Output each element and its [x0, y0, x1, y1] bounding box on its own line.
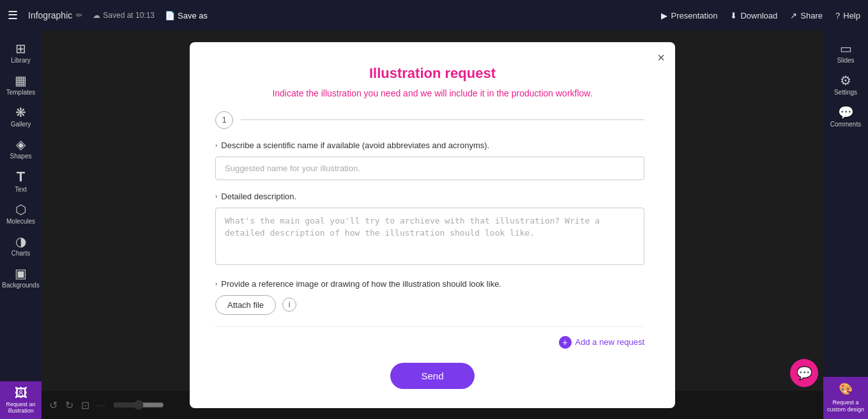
detailed-description-label: › Detailed description.: [215, 192, 644, 201]
cloud-icon: ☁: [93, 11, 100, 20]
modal-scroll-area[interactable]: 1 › Describe a scientific name if availa…: [215, 111, 650, 353]
topbar-title: Infographic ✏: [28, 10, 82, 20]
slides-icon: ▭: [840, 42, 852, 55]
step-circle: 1: [215, 111, 233, 129]
library-icon: ⊞: [15, 42, 26, 55]
sidebar-item-charts[interactable]: ◑ Charts: [0, 230, 42, 262]
modal-title: Illustration request: [215, 65, 650, 82]
chevron-right-icon-3: ›: [215, 280, 217, 287]
sidebar-item-gallery[interactable]: ❋ Gallery: [0, 101, 42, 133]
sidebar-item-shapes[interactable]: ◈ Shapes: [0, 133, 42, 165]
illustration-request-modal: × Illustration request Indicate the illu…: [190, 42, 675, 408]
scientific-name-section: › Describe a scientific name if availabl…: [215, 141, 644, 180]
attach-row: Attach file i: [215, 295, 644, 315]
templates-icon: ▦: [15, 74, 27, 87]
topbar-right-buttons: ▶ Presentation ⬇ Download ↗ Share ? Help: [661, 11, 860, 20]
scientific-name-label: › Describe a scientific name if availabl…: [215, 141, 644, 150]
sidebar-item-text[interactable]: T Text: [0, 165, 42, 198]
autosave-indicator: ☁ Saved at 10:13: [93, 11, 155, 20]
sidebar-left: ⊞ Library ▦ Templates ❋ Gallery ◈ Shapes…: [0, 31, 42, 419]
modal-subtitle: Indicate the illustration you need and w…: [215, 88, 650, 98]
detailed-description-textarea[interactable]: [215, 208, 644, 265]
project-title: Infographic: [28, 10, 72, 20]
send-row: Send: [215, 353, 650, 389]
reference-image-section: › Provide a reference image or drawing o…: [215, 279, 644, 315]
sidebar-item-settings[interactable]: ⚙ Settings: [823, 69, 868, 101]
request-custom-design-button[interactable]: 🎨 Request a custom design: [823, 377, 868, 419]
sidebar-item-library[interactable]: ⊞ Library: [0, 37, 42, 69]
modal-close-button[interactable]: ×: [657, 51, 665, 64]
chat-bubble-button[interactable]: 💬: [790, 359, 818, 387]
download-icon: ⬇: [730, 11, 737, 20]
modal-overlay: × Illustration request Indicate the illu…: [42, 31, 823, 419]
menu-icon[interactable]: ☰: [8, 8, 18, 22]
step-indicator: 1: [215, 111, 644, 129]
help-button[interactable]: ? Help: [835, 11, 860, 20]
edit-icon[interactable]: ✏: [76, 11, 82, 20]
settings-icon: ⚙: [840, 74, 851, 87]
sidebar-item-molecules[interactable]: ⬡ Molecules: [0, 198, 42, 230]
chevron-right-icon: ›: [215, 142, 217, 149]
molecules-icon: ⬡: [15, 203, 26, 216]
shapes-icon: ◈: [16, 138, 26, 151]
gallery-icon: ❋: [15, 106, 26, 119]
attach-file-button[interactable]: Attach file: [215, 295, 276, 315]
info-icon[interactable]: i: [282, 298, 296, 312]
add-circle-icon: +: [559, 336, 572, 349]
saved-text: Saved at 10:13: [103, 11, 155, 20]
send-button[interactable]: Send: [390, 363, 474, 389]
topbar: ☰ Infographic ✏ ☁ Saved at 10:13 📄 Save …: [0, 0, 868, 31]
sidebar-item-comments[interactable]: 💬 Comments: [823, 101, 868, 133]
add-request-row: + Add a new request: [215, 326, 644, 353]
sidebar-item-slides[interactable]: ▭ Slides: [823, 37, 868, 69]
request-custom-icon: 🎨: [826, 382, 865, 397]
share-icon: ↗: [790, 11, 797, 20]
detailed-description-section: › Detailed description.: [215, 192, 644, 268]
sidebar-item-templates[interactable]: ▦ Templates: [0, 69, 42, 101]
chat-bubble-icon: 💬: [796, 365, 812, 381]
reference-image-label: › Provide a reference image or drawing o…: [215, 279, 644, 289]
request-illustration-button[interactable]: 🖼 Request an illustration: [0, 381, 42, 419]
save-as-button[interactable]: 📄 Save as: [165, 11, 208, 20]
text-icon: T: [17, 170, 25, 184]
help-icon: ?: [835, 11, 840, 20]
charts-icon: ◑: [15, 235, 26, 248]
sidebar-right: ▭ Slides ⚙ Settings 💬 Comments 🎨 Request…: [823, 31, 868, 419]
step-line: [241, 119, 644, 120]
add-new-request-button[interactable]: + Add a new request: [559, 336, 644, 349]
save-as-icon: 📄: [165, 11, 175, 20]
comments-icon: 💬: [838, 106, 854, 119]
sidebar-item-backgrounds[interactable]: ▣ Backgrounds: [0, 262, 42, 294]
scientific-name-input[interactable]: [215, 156, 644, 180]
backgrounds-icon: ▣: [15, 267, 27, 280]
download-button[interactable]: ⬇ Download: [730, 11, 777, 20]
presentation-icon: ▶: [661, 11, 667, 20]
presentation-button[interactable]: ▶ Presentation: [661, 11, 717, 20]
chevron-right-icon-2: ›: [215, 193, 217, 200]
share-button[interactable]: ↗ Share: [790, 11, 823, 20]
request-illustration-icon: 🖼: [15, 386, 27, 399]
